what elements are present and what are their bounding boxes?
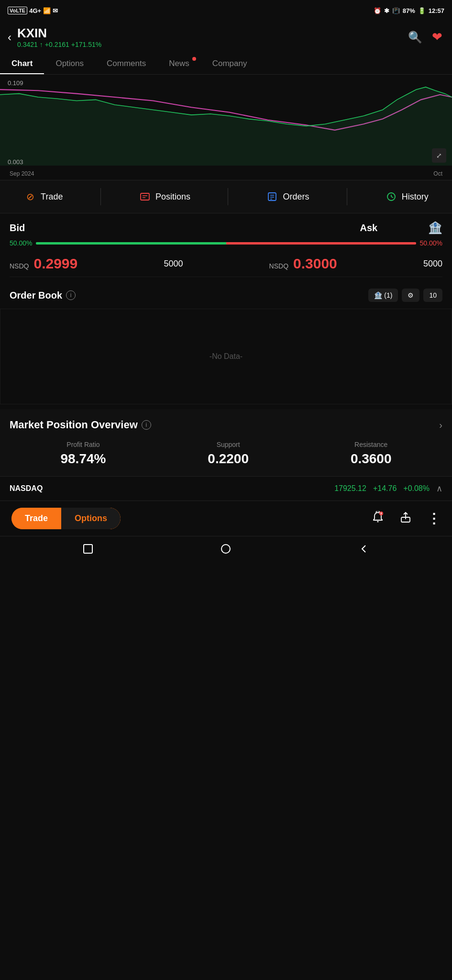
resistance-value: 0.3600 xyxy=(351,451,392,467)
tab-news[interactable]: News xyxy=(157,53,201,74)
ask-price: 0.3000 xyxy=(293,256,337,272)
market-overview-title: Market Position Overview xyxy=(10,419,138,431)
battery-pct: 87% xyxy=(403,7,415,14)
history-label: History xyxy=(402,192,429,202)
history-icon xyxy=(385,190,398,203)
trade-action-orders[interactable]: Orders xyxy=(265,190,309,203)
divider-2 xyxy=(228,188,228,205)
positions-label: Positions xyxy=(155,192,190,202)
alarm-icon: ⏰ xyxy=(374,7,381,14)
tab-options[interactable]: Options xyxy=(44,53,95,74)
nav-back-button[interactable] xyxy=(358,543,370,555)
status-left: VoLTE 4G+ 📶 ✉ xyxy=(8,7,58,14)
nasdaq-chevron[interactable]: ∧ xyxy=(436,483,442,494)
profit-ratio-label: Profit Ratio xyxy=(60,441,106,448)
nasdaq-pct: +0.08% xyxy=(403,484,430,493)
bid-label: Bid xyxy=(10,223,25,234)
order-book-bank-button[interactable]: 🏦 (1) xyxy=(368,289,398,302)
trade-options-toggle: Trade Options xyxy=(11,508,121,529)
tab-company[interactable]: Company xyxy=(201,53,259,74)
bluetooth-icon: ✱ xyxy=(384,7,389,14)
ask-info: NSDQ 0.3000 xyxy=(269,256,337,272)
bank-btn-icon: 🏦 xyxy=(374,291,382,299)
orders-label: Orders xyxy=(283,192,309,202)
trade-action-bar: ⊘ Trade Positions Orders xyxy=(0,180,452,213)
bid-ask-section: Bid Ask 🏦 50.00% 50.00% NSDQ 0.2999 5000… xyxy=(0,213,452,282)
chart-expand-button[interactable]: ⤢ xyxy=(432,148,446,163)
bid-bar xyxy=(36,242,226,245)
support-label: Support xyxy=(208,441,249,448)
nasdaq-price: 17925.12 xyxy=(334,484,366,493)
more-button[interactable]: ⋮ xyxy=(427,511,441,526)
search-button[interactable]: 🔍 xyxy=(408,31,422,44)
msg-icon: ✉ xyxy=(53,7,58,14)
filter-icon: ⚙ xyxy=(408,291,414,299)
market-overview-title-row: Market Position Overview i xyxy=(10,419,151,431)
bid-info: NSDQ 0.2999 xyxy=(10,256,77,272)
chart-y-top: 0.109 xyxy=(8,79,23,87)
positions-icon xyxy=(138,190,152,203)
trade-action-trade[interactable]: ⊘ Trade xyxy=(23,190,63,203)
toggle-trade-button[interactable]: Trade xyxy=(11,508,61,529)
bid-qty: 5000 xyxy=(164,259,183,269)
ask-exchange: NSDQ xyxy=(269,262,288,270)
ask-qty: 5000 xyxy=(423,259,442,269)
nasdaq-change: +14.76 xyxy=(373,484,397,493)
nav-bar xyxy=(0,536,452,561)
market-overview: Market Position Overview i › Profit Rati… xyxy=(0,409,452,476)
svg-rect-16 xyxy=(84,545,92,553)
signal-icon: 4G+ xyxy=(29,7,41,14)
ask-percentage: 50.00% xyxy=(420,239,442,247)
nav-circle-button[interactable] xyxy=(220,543,232,555)
market-stats: Profit Ratio 98.74% Support 0.2200 Resis… xyxy=(10,441,442,467)
bid-ask-header: Bid Ask 🏦 xyxy=(10,221,442,234)
profit-ratio-stat: Profit Ratio 98.74% xyxy=(60,441,106,467)
divider-3 xyxy=(347,188,347,205)
svg-rect-1 xyxy=(141,193,149,200)
ticker-info: KXIN 0.3421 ↑ +0.2161 +171.51% xyxy=(17,26,101,48)
ask-label: Ask xyxy=(360,223,378,234)
trade-action-history[interactable]: History xyxy=(385,190,429,203)
tab-comments[interactable]: Comments xyxy=(95,53,157,74)
order-book-no-data: -No Data- xyxy=(0,309,452,404)
market-overview-header: Market Position Overview i › xyxy=(10,419,442,431)
bottom-action-bar: Trade Options ⋮ xyxy=(0,501,452,536)
ticker-price-row: 0.3421 ↑ +0.2161 +171.51% xyxy=(17,41,101,48)
profit-ratio-value: 98.74% xyxy=(60,451,106,467)
alert-button[interactable] xyxy=(372,511,384,526)
vibrate-icon: 📳 xyxy=(392,7,400,14)
header: ‹ KXIN 0.3421 ↑ +0.2161 +171.51% 🔍 ❤ xyxy=(0,21,452,53)
resistance-label: Resistance xyxy=(351,441,392,448)
ticker-current-price: 0.3421 xyxy=(17,41,38,48)
share-button[interactable] xyxy=(399,511,412,526)
order-book-info-icon[interactable]: i xyxy=(66,290,76,300)
nasdaq-label: NASDAQ xyxy=(10,484,43,493)
nasdaq-values: 17925.12 +14.76 +0.08% ∧ xyxy=(334,483,442,494)
chart-svg xyxy=(0,79,452,166)
battery-icon: 🔋 xyxy=(418,7,426,14)
header-right: 🔍 ❤ xyxy=(408,30,442,45)
toggle-options-button[interactable]: Options xyxy=(61,508,121,529)
nav-square-button[interactable] xyxy=(82,543,94,555)
ticker-change-pct: +171.51% xyxy=(71,41,101,48)
trade-label: Trade xyxy=(41,192,63,202)
order-book-filter-button[interactable]: ⚙ xyxy=(402,289,419,302)
volte-label: VoLTE xyxy=(8,7,27,14)
clock-display: 12:57 xyxy=(429,7,444,14)
market-overview-chevron[interactable]: › xyxy=(439,420,442,431)
nasdaq-bar: NASDAQ 17925.12 +14.76 +0.08% ∧ xyxy=(0,476,452,501)
order-book-controls: 🏦 (1) ⚙ 10 xyxy=(368,289,442,302)
svg-line-10 xyxy=(391,197,393,198)
ticker-arrow: ↑ xyxy=(40,41,43,48)
chart-area: 0.109 0.003 ⤢ Sep 2024 Oct xyxy=(0,75,452,180)
tab-chart[interactable]: Chart xyxy=(0,53,44,74)
trade-action-positions[interactable]: Positions xyxy=(138,190,190,203)
status-bar: VoLTE 4G+ 📶 ✉ ⏰ ✱ 📳 87% 🔋 12:57 xyxy=(0,0,452,21)
orders-icon xyxy=(265,190,279,203)
order-book-size-button[interactable]: 10 xyxy=(423,289,442,302)
nav-tabs: Chart Options Comments News Company xyxy=(0,53,452,75)
favorite-button[interactable]: ❤ xyxy=(432,30,442,45)
status-right: ⏰ ✱ 📳 87% 🔋 12:57 xyxy=(374,7,444,14)
market-overview-info-icon[interactable]: i xyxy=(142,420,151,430)
back-button[interactable]: ‹ xyxy=(8,31,11,44)
